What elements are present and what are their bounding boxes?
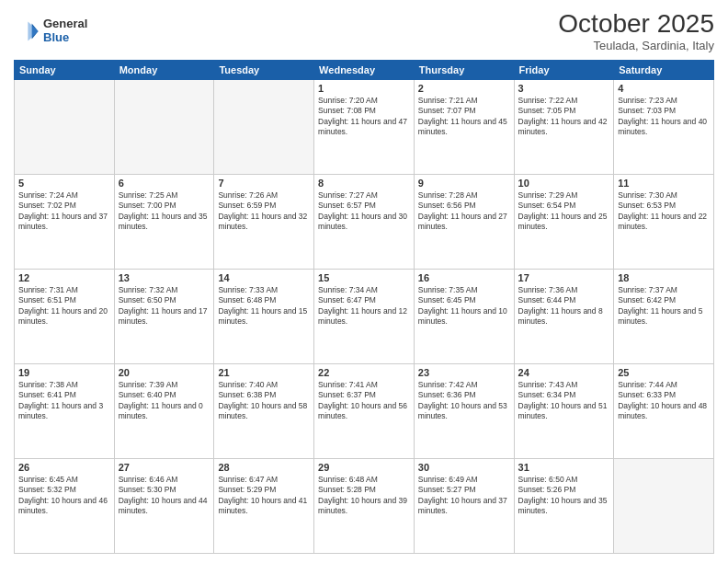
col-thursday: Thursday [414,61,514,80]
day-info: Sunrise: 6:48 AMSunset: 5:28 PMDaylight:… [318,475,410,517]
table-row: 29Sunrise: 6:48 AMSunset: 5:28 PMDayligh… [314,459,415,554]
logo-text: General Blue [43,17,87,44]
table-row: 4Sunrise: 7:23 AMSunset: 7:03 PMDaylight… [614,80,714,175]
day-number: 4 [618,83,710,94]
day-info: Sunrise: 7:29 AMSunset: 6:54 PMDaylight:… [518,190,610,233]
day-info: Sunrise: 7:23 AMSunset: 7:03 PMDaylight:… [618,96,710,138]
day-number: 18 [618,272,710,283]
day-number: 28 [218,462,310,473]
table-row: 31Sunrise: 6:50 AMSunset: 5:26 PMDayligh… [514,459,614,554]
calendar-week-row: 5Sunrise: 7:24 AMSunset: 7:02 PMDaylight… [15,175,714,270]
table-row: 19Sunrise: 7:38 AMSunset: 6:41 PMDayligh… [15,364,115,459]
day-info: Sunrise: 7:40 AMSunset: 6:38 PMDaylight:… [218,380,310,422]
day-info: Sunrise: 7:44 AMSunset: 6:33 PMDaylight:… [618,380,710,422]
day-number: 2 [418,83,510,94]
day-info: Sunrise: 7:36 AMSunset: 6:44 PMDaylight:… [518,285,610,327]
table-row: 27Sunrise: 6:46 AMSunset: 5:30 PMDayligh… [114,459,214,554]
day-info: Sunrise: 7:25 AMSunset: 7:00 PMDaylight:… [119,190,210,233]
day-number: 16 [418,272,510,283]
page: General Blue October 2025 Teulada, Sardi… [0,0,728,563]
day-number: 24 [518,367,610,378]
day-info: Sunrise: 7:37 AMSunset: 6:42 PMDaylight:… [618,285,710,327]
col-sunday: Sunday [15,61,115,80]
logo-general-label: General [43,17,87,30]
day-number: 26 [18,462,110,473]
table-row: 8Sunrise: 7:27 AMSunset: 6:57 PMDaylight… [314,175,415,270]
table-row: 15Sunrise: 7:34 AMSunset: 6:47 PMDayligh… [314,270,415,364]
day-info: Sunrise: 7:42 AMSunset: 6:36 PMDaylight:… [418,380,510,422]
calendar-header-row: Sunday Monday Tuesday Wednesday Thursday… [15,61,714,80]
day-info: Sunrise: 7:30 AMSunset: 6:53 PMDaylight:… [618,190,710,233]
day-number: 5 [18,178,110,189]
day-info: Sunrise: 7:43 AMSunset: 6:34 PMDaylight:… [518,380,610,422]
day-number: 23 [418,367,510,378]
table-row: 5Sunrise: 7:24 AMSunset: 7:02 PMDaylight… [15,175,115,270]
col-friday: Friday [514,61,614,80]
day-info: Sunrise: 7:41 AMSunset: 6:37 PMDaylight:… [318,380,410,422]
day-number: 30 [418,462,510,473]
table-row: 13Sunrise: 7:32 AMSunset: 6:50 PMDayligh… [114,270,214,364]
table-row: 12Sunrise: 7:31 AMSunset: 6:51 PMDayligh… [15,270,115,364]
col-monday: Monday [114,61,214,80]
col-tuesday: Tuesday [214,61,314,80]
day-info: Sunrise: 7:26 AMSunset: 6:59 PMDaylight:… [218,190,310,233]
table-row: 30Sunrise: 6:49 AMSunset: 5:27 PMDayligh… [414,459,514,554]
calendar-week-row: 26Sunrise: 6:45 AMSunset: 5:32 PMDayligh… [15,459,714,554]
day-number: 8 [318,178,410,189]
table-row: 10Sunrise: 7:29 AMSunset: 6:54 PMDayligh… [514,175,614,270]
day-info: Sunrise: 6:46 AMSunset: 5:30 PMDaylight:… [119,475,210,517]
day-info: Sunrise: 7:24 AMSunset: 7:02 PMDaylight:… [18,190,110,233]
logo: General Blue [14,17,87,44]
day-number: 11 [618,178,710,189]
day-info: Sunrise: 7:27 AMSunset: 6:57 PMDaylight:… [318,190,410,233]
day-info: Sunrise: 6:45 AMSunset: 5:32 PMDaylight:… [18,475,110,517]
day-info: Sunrise: 7:20 AMSunset: 7:08 PMDaylight:… [318,96,410,138]
table-row [15,80,115,175]
table-row [614,459,714,554]
calendar-week-row: 12Sunrise: 7:31 AMSunset: 6:51 PMDayligh… [15,270,714,364]
calendar-table: Sunday Monday Tuesday Wednesday Thursday… [14,60,714,554]
day-info: Sunrise: 7:21 AMSunset: 7:07 PMDaylight:… [418,96,510,138]
table-row: 7Sunrise: 7:26 AMSunset: 6:59 PMDaylight… [214,175,314,270]
logo-icon [14,18,40,44]
table-row: 9Sunrise: 7:28 AMSunset: 6:56 PMDaylight… [414,175,514,270]
table-row: 11Sunrise: 7:30 AMSunset: 6:53 PMDayligh… [614,175,714,270]
day-number: 22 [318,367,410,378]
location-subtitle: Teulada, Sardinia, Italy [558,39,714,52]
day-number: 19 [18,367,110,378]
table-row: 22Sunrise: 7:41 AMSunset: 6:37 PMDayligh… [314,364,415,459]
day-number: 3 [518,83,610,94]
day-number: 13 [119,272,210,283]
day-number: 14 [218,272,310,283]
day-number: 20 [119,367,210,378]
table-row: 14Sunrise: 7:33 AMSunset: 6:48 PMDayligh… [214,270,314,364]
header: General Blue October 2025 Teulada, Sardi… [14,9,714,52]
day-info: Sunrise: 7:28 AMSunset: 6:56 PMDaylight:… [418,190,510,233]
day-number: 6 [119,178,210,189]
day-number: 1 [318,83,410,94]
table-row: 1Sunrise: 7:20 AMSunset: 7:08 PMDaylight… [314,80,415,175]
table-row: 2Sunrise: 7:21 AMSunset: 7:07 PMDaylight… [414,80,514,175]
day-number: 7 [218,178,310,189]
day-info: Sunrise: 7:39 AMSunset: 6:40 PMDaylight:… [119,380,210,422]
day-number: 21 [218,367,310,378]
calendar-week-row: 1Sunrise: 7:20 AMSunset: 7:08 PMDaylight… [15,80,714,175]
table-row: 16Sunrise: 7:35 AMSunset: 6:45 PMDayligh… [414,270,514,364]
day-info: Sunrise: 7:35 AMSunset: 6:45 PMDaylight:… [418,285,510,327]
day-number: 9 [418,178,510,189]
day-info: Sunrise: 7:32 AMSunset: 6:50 PMDaylight:… [119,285,210,327]
day-info: Sunrise: 6:50 AMSunset: 5:26 PMDaylight:… [518,475,610,517]
svg-marker-1 [28,21,38,40]
table-row: 24Sunrise: 7:43 AMSunset: 6:34 PMDayligh… [514,364,614,459]
day-number: 12 [18,272,110,283]
day-number: 15 [318,272,410,283]
day-number: 10 [518,178,610,189]
table-row: 23Sunrise: 7:42 AMSunset: 6:36 PMDayligh… [414,364,514,459]
day-number: 29 [318,462,410,473]
table-row: 18Sunrise: 7:37 AMSunset: 6:42 PMDayligh… [614,270,714,364]
table-row: 17Sunrise: 7:36 AMSunset: 6:44 PMDayligh… [514,270,614,364]
day-number: 25 [618,367,710,378]
table-row: 28Sunrise: 6:47 AMSunset: 5:29 PMDayligh… [214,459,314,554]
col-saturday: Saturday [614,61,714,80]
col-wednesday: Wednesday [314,61,415,80]
